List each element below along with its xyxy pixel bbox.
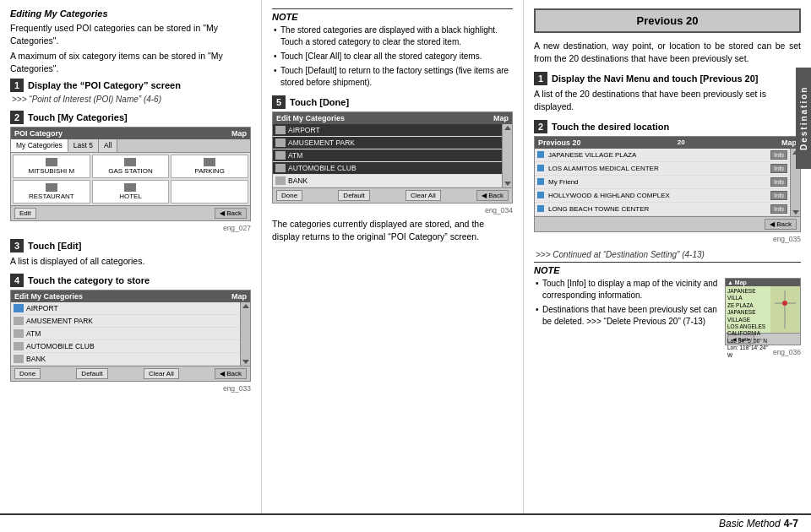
map-svg xyxy=(770,286,800,333)
row-hollywood[interactable]: HOLLYWOOD & HIGHLAND COMPLEX Info xyxy=(535,189,790,203)
right-note-bullet1: Touch [Info] to display a map of the vic… xyxy=(534,278,720,301)
previous20-box: Previous 20 xyxy=(534,8,801,33)
info-btn-hollywood[interactable]: Info xyxy=(770,191,787,200)
right-step1-label: Display the Navi Menu and touch [Previou… xyxy=(552,73,759,84)
clear-all-btn[interactable]: Clear All xyxy=(144,368,179,379)
right-step2-header: 2 Touch the desired location xyxy=(534,120,801,133)
screen-header3: Edit My Categories Map xyxy=(273,112,512,124)
row5-bank[interactable]: BANK xyxy=(273,175,502,187)
grid-item-empty xyxy=(171,180,248,204)
row-jvp[interactable]: JAPANESE VILLAGE PLAZA Info xyxy=(535,149,790,162)
row-bank[interactable]: BANK xyxy=(11,353,240,366)
default-btn3[interactable]: Default xyxy=(338,190,369,201)
step3-num: 3 xyxy=(10,239,24,252)
row-lamc[interactable]: LOS ALAMITOS MEDICAL CENTER Info xyxy=(535,162,790,176)
scroll-down4-icon[interactable] xyxy=(792,210,799,214)
step1-label: Display the “POI Category” screen xyxy=(28,80,181,90)
row-lbtc-text: LONG BEACH TOWNE CENTER xyxy=(548,205,649,213)
right-note-bullet2: Destinations that have been previously s… xyxy=(534,304,720,328)
row5-amusement[interactable]: AMUSEMENT PARK xyxy=(273,137,502,149)
row5-atm[interactable]: ATM xyxy=(273,149,502,162)
back-btn[interactable]: ◀ Back xyxy=(215,208,247,219)
right-note-text: Touch [Info] to display a map of the vic… xyxy=(534,278,720,360)
tab-all[interactable]: All xyxy=(99,139,117,152)
row-auto-club[interactable]: AUTOMOBILE CLUB xyxy=(11,340,240,353)
map-line3: JAPANESE VILLAGE xyxy=(727,309,769,323)
screen-header4-num: 20 xyxy=(678,138,685,147)
caption-eng033: eng_033 xyxy=(10,384,251,393)
scroll-down-icon[interactable] xyxy=(242,360,249,364)
scroll-bar[interactable] xyxy=(240,302,250,366)
right-column: Previous 20 A new destination, way point… xyxy=(524,0,811,513)
info-btn-jvp[interactable]: Info xyxy=(770,150,787,160)
row-myfriend[interactable]: My Friend Info xyxy=(535,176,790,189)
caption-eng027: eng_027 xyxy=(10,224,251,232)
note-section: NOTE The stored categories are displayed… xyxy=(272,8,513,89)
screen-header3-right: Map xyxy=(493,114,509,122)
note-title: NOTE xyxy=(272,12,513,22)
step3-body: A list is displayed of all categories. xyxy=(10,255,251,268)
right-note-section: NOTE Touch [Info] to display a map of th… xyxy=(534,262,801,360)
continued-text: >>> Continued at “Destination Setting” (… xyxy=(536,250,801,259)
destination-tab: Destination xyxy=(796,68,811,169)
row-atm[interactable]: ATM xyxy=(11,328,240,340)
screen-body-wrapper3: AIRPORT AMUSEMENT PARK ATM AUTOMOBILE CL… xyxy=(273,124,512,187)
grid-item-restaurant[interactable]: RESTAURANT xyxy=(13,180,90,204)
step3-header: 3 Touch [Edit] xyxy=(10,239,251,252)
svg-point-3 xyxy=(782,301,787,306)
clear-all-btn3[interactable]: Clear All xyxy=(406,190,441,201)
info-btn-myfriend[interactable]: Info xyxy=(770,177,787,187)
screen-header4-right: Map xyxy=(781,138,797,147)
back-btn2[interactable]: ◀ Back xyxy=(215,368,247,379)
row-airport[interactable]: AIRPORT xyxy=(11,302,240,315)
map-line5: CALIFORNIA xyxy=(727,330,769,337)
grid-item-gas[interactable]: GAS STATION xyxy=(92,155,170,178)
back-btn3[interactable]: ◀ Back xyxy=(476,190,509,201)
default-btn[interactable]: Default xyxy=(76,368,107,379)
step2-label: Touch [My Categories] xyxy=(28,112,128,122)
row-amusement[interactable]: AMUSEMENT PARK xyxy=(11,315,240,328)
screen-header2-right: Map xyxy=(231,292,247,301)
scroll-up3-icon[interactable] xyxy=(504,126,511,130)
bottom-page: 4-7 xyxy=(784,518,798,529)
step1-subtext: >>> “Point of Interest (POI) Name” (4-6) xyxy=(12,95,251,104)
screen-header-left: POI Category xyxy=(14,129,63,138)
editing-body1: Frequently used POI categories can be st… xyxy=(10,22,251,46)
screen-eng033: Edit My Categories Map AIRPORT AMUSEMENT… xyxy=(10,290,251,382)
editing-title: Editing My Categories xyxy=(10,8,251,19)
screen-eng036: ▲ Map JAPANESE VILLA ZE PLAZA JAPANESE V… xyxy=(725,278,801,345)
tab-last5[interactable]: Last 5 xyxy=(68,139,99,152)
step3-container: 3 Touch [Edit] A list is displayed of al… xyxy=(10,239,251,268)
step5-header: 5 Touch [Done] xyxy=(272,95,513,109)
grid-item-mitsubishi[interactable]: MITSUBISHI M xyxy=(13,155,90,178)
right-step1-num: 1 xyxy=(534,72,547,85)
scroll-up-icon[interactable] xyxy=(242,304,249,308)
scroll-bar3[interactable] xyxy=(502,124,512,187)
done-btn[interactable]: Done xyxy=(14,368,41,379)
row-myfriend-text: My Friend xyxy=(548,178,579,186)
screen-header-right: Map xyxy=(231,129,247,138)
row-lbtc[interactable]: LONG BEACH TOWNE CENTER Info xyxy=(535,203,790,216)
screen-header3-left: Edit My Categories xyxy=(276,114,345,122)
step5-body: The categories currently displayed are s… xyxy=(272,218,513,242)
right-note-content: Touch [Info] to display a map of the vic… xyxy=(534,278,801,360)
screen-footer3: Done Default Clear All ◀ Back xyxy=(273,187,512,203)
step2-container: 2 Touch [My Categories] POI Category Map… xyxy=(10,111,251,232)
middle-column: NOTE The stored categories are displayed… xyxy=(262,0,524,513)
screen-eng035: Previous 20 20 Map JAPANESE VILLAGE PLAZ… xyxy=(534,136,801,232)
done-btn3[interactable]: Done xyxy=(276,190,302,201)
scroll-down3-icon[interactable] xyxy=(504,182,511,186)
edit-button[interactable]: Edit xyxy=(14,208,36,219)
right-step2-label: Touch the desired location xyxy=(552,122,669,132)
row5-airport[interactable]: AIRPORT xyxy=(273,124,502,137)
screen-header4: Previous 20 20 Map xyxy=(535,137,800,149)
grid-item-parking[interactable]: PARKING xyxy=(171,155,248,178)
grid-item-hotel[interactable]: HOTEL xyxy=(92,180,170,204)
info-btn-lbtc[interactable]: Info xyxy=(770,204,787,214)
step1-header: 1 Display the “POI Category” screen xyxy=(10,79,251,92)
right-step1-header: 1 Display the Navi Menu and touch [Previ… xyxy=(534,72,801,85)
row5-auto-club[interactable]: AUTOMOBILE CLUB xyxy=(273,162,502,175)
tab-my-categories[interactable]: My Categories xyxy=(11,139,68,152)
info-btn-lamc[interactable]: Info xyxy=(770,164,787,173)
back-btn4[interactable]: ◀ Back xyxy=(765,219,797,230)
